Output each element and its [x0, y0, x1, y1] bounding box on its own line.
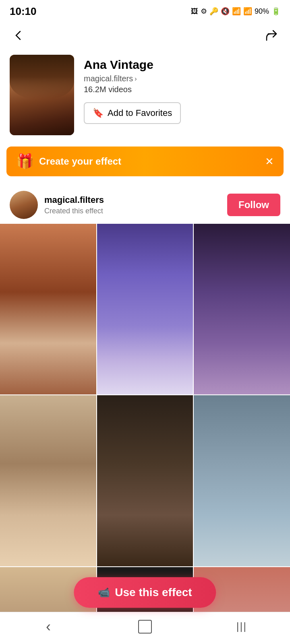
creator-subtitle: Created this effect	[44, 207, 221, 215]
use-effect-label: Use this effect	[115, 586, 192, 599]
creator-username: magical.filters	[44, 195, 221, 205]
nav-home-button[interactable]	[129, 615, 161, 639]
video-cell-6[interactable]	[194, 395, 290, 566]
back-button[interactable]	[10, 27, 27, 44]
battery-icon: 🔋	[271, 7, 280, 16]
create-effect-banner[interactable]: 🎁 Create your effect ✕	[6, 147, 284, 176]
video-cell-1[interactable]	[0, 224, 96, 394]
status-time: 10:10	[10, 5, 37, 18]
battery-level: 90%	[255, 7, 269, 16]
video-cell-3[interactable]	[194, 224, 290, 394]
profile-name: Ana Vintage	[84, 58, 280, 72]
mute-icon: 🔇	[221, 7, 230, 16]
video-cell-2[interactable]	[97, 224, 193, 394]
status-bar: 10:10 🖼 ⚙ 🔑 🔇 📶 📶 90% 🔋	[0, 0, 290, 21]
profile-info: Ana Vintage magical.filters › 16.2M vide…	[84, 55, 280, 124]
use-effect-button[interactable]: 📹 Use this effect	[74, 577, 216, 608]
video-camera-icon: 📹	[98, 587, 110, 598]
home-nav-icon	[138, 620, 152, 634]
bottom-nav: ‹ |||	[0, 612, 290, 644]
banner-text: Create your effect	[39, 156, 121, 167]
nav-recents-button[interactable]: |||	[226, 615, 258, 639]
follow-button[interactable]: Follow	[227, 194, 280, 216]
signal-icon: 📶	[243, 7, 252, 16]
bookmark-icon: 🔖	[93, 108, 104, 118]
profile-handle[interactable]: magical.filters ›	[84, 74, 280, 83]
nav-back-button[interactable]: ‹	[32, 615, 64, 639]
status-icons: 🖼 ⚙ 🔑 🔇 📶 📶 90% 🔋	[191, 7, 280, 16]
banner-emoji: 🎁	[16, 153, 34, 170]
creator-info: magical.filters Created this effect	[44, 195, 221, 215]
recents-nav-icon: |||	[236, 620, 247, 633]
back-nav-icon: ‹	[46, 618, 51, 635]
wifi-icon: 📶	[232, 7, 241, 16]
banner-close-button[interactable]: ✕	[265, 156, 274, 167]
key-icon: 🔑	[209, 7, 218, 16]
video-cell-4[interactable]	[0, 395, 96, 566]
top-nav	[0, 21, 290, 50]
use-effect-button-container: 📹 Use this effect	[74, 577, 216, 608]
profile-videos-count: 16.2M videos	[84, 85, 280, 94]
profile-section: Ana Vintage magical.filters › 16.2M vide…	[0, 50, 290, 143]
avatar	[10, 55, 74, 135]
settings-icon: ⚙	[201, 7, 207, 16]
handle-chevron: ›	[135, 75, 137, 83]
photo-icon: 🖼	[191, 7, 198, 16]
creator-avatar	[10, 191, 38, 219]
share-button[interactable]	[263, 27, 280, 44]
video-cell-5[interactable]	[97, 395, 193, 566]
add-favorites-label: Add to Favorites	[108, 108, 172, 118]
add-to-favorites-button[interactable]: 🔖 Add to Favorites	[84, 102, 181, 124]
creator-section: magical.filters Created this effect Foll…	[0, 184, 290, 224]
banner-content: 🎁 Create your effect	[16, 153, 121, 170]
